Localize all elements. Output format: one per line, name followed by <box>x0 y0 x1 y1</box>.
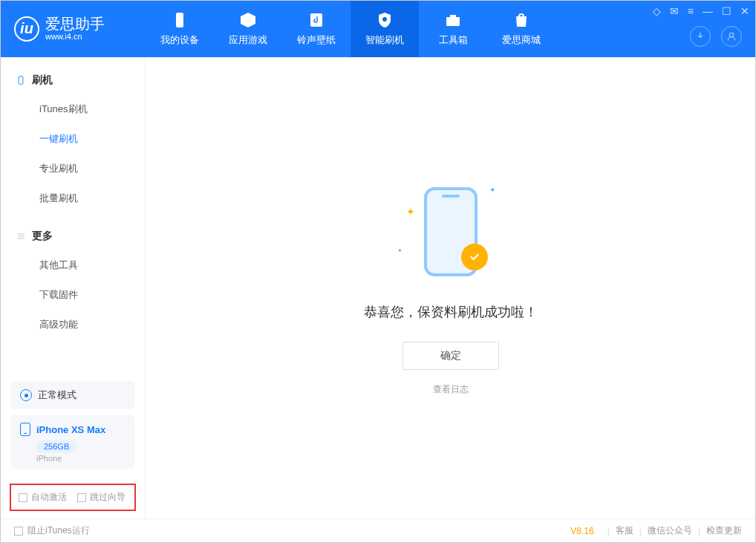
option-label: 跳过向导 <box>90 491 126 504</box>
svg-point-2 <box>382 17 387 22</box>
sidebar-item-oneclick-flash[interactable]: 一键刷机 <box>1 124 145 154</box>
block-itunes-label: 阻止iTunes运行 <box>27 524 90 537</box>
close-icon[interactable]: ✕ <box>740 5 749 17</box>
sidebar-heading-more: 更多 <box>1 222 145 250</box>
nav-label: 应用游戏 <box>229 33 267 47</box>
nav-tab-ringtone[interactable]: 铃声壁纸 <box>282 1 351 57</box>
nav-tab-flash[interactable]: 智能刷机 <box>351 1 419 57</box>
nav-tabs: 我的设备 应用游戏 铃声壁纸 智能刷机 工具箱 爱思商城 <box>146 1 555 57</box>
sidebar: 刷机 iTunes刷机 一键刷机 专业刷机 批量刷机 更多 其他工具 下载固件 … <box>1 57 146 518</box>
svg-point-5 <box>729 33 733 36</box>
app-title: 爱思助手 <box>45 16 105 31</box>
mode-icon <box>20 389 32 401</box>
sparkle-icon: ✦ <box>406 206 415 218</box>
toolbox-icon <box>444 11 462 29</box>
sidebar-section-more: 更多 其他工具 下载固件 高级功能 <box>1 213 145 339</box>
window-controls: ◇ ✉ ≡ — ☐ ✕ <box>653 5 749 17</box>
ok-button[interactable]: 确定 <box>403 342 499 370</box>
success-illustration: ✦ ✦ ✦ <box>391 180 510 284</box>
list-icon <box>16 231 26 241</box>
nav-label: 我的设备 <box>160 33 199 47</box>
footer: 阻止iTunes运行 V8.16 | 客服 | 微信公众号 | 检查更新 <box>1 518 755 542</box>
minimize-icon[interactable]: — <box>703 5 713 17</box>
svg-rect-6 <box>19 77 23 85</box>
menu-icon[interactable]: ≡ <box>688 5 694 17</box>
nav-tab-device[interactable]: 我的设备 <box>146 1 214 57</box>
sparkle-icon: ✦ <box>489 186 495 194</box>
sidebar-item-pro-flash[interactable]: 专业刷机 <box>1 154 145 183</box>
footer-left[interactable]: 阻止iTunes运行 <box>14 524 90 537</box>
sidebar-heading-flash: 刷机 <box>1 66 145 94</box>
logo-area: iu 爱思助手 www.i4.cn <box>1 16 146 42</box>
nav-label: 爱思商城 <box>502 33 541 47</box>
device-storage-badge: 256GB <box>36 440 76 452</box>
skin-icon[interactable]: ◇ <box>653 5 661 17</box>
heading-label: 刷机 <box>32 74 53 87</box>
options-highlight-box: 自动激活 跳过向导 <box>10 484 136 511</box>
svg-rect-3 <box>446 17 460 26</box>
nav-label: 铃声壁纸 <box>297 33 336 47</box>
maximize-icon[interactable]: ☐ <box>722 5 731 17</box>
music-icon <box>307 11 325 29</box>
bag-icon <box>512 11 530 29</box>
main-content: ✦ ✦ ✦ 恭喜您，保资料刷机成功啦！ 确定 查看日志 <box>146 57 755 518</box>
footer-link-update[interactable]: 检查更新 <box>706 524 742 537</box>
device-mode-label: 正常模式 <box>38 388 76 402</box>
version-label: V8.16 <box>570 526 593 536</box>
checkmark-icon <box>468 250 481 264</box>
sparkle-icon: ✦ <box>397 247 403 254</box>
option-label: 自动激活 <box>31 491 67 504</box>
feedback-icon[interactable]: ✉ <box>670 5 679 17</box>
nav-label: 智能刷机 <box>365 33 404 47</box>
phone-icon <box>20 423 30 436</box>
device-mode-box[interactable]: 正常模式 <box>11 381 134 409</box>
footer-right: V8.16 | 客服 | 微信公众号 | 检查更新 <box>570 524 742 537</box>
header-right-buttons <box>690 26 742 47</box>
checkbox-icon <box>77 493 86 502</box>
sidebar-item-other-tools[interactable]: 其他工具 <box>1 250 145 280</box>
device-icon <box>171 11 189 29</box>
logo-text: 爱思助手 www.i4.cn <box>45 16 105 42</box>
device-name: iPhone XS Max <box>36 424 105 435</box>
checkbox-icon <box>14 527 23 536</box>
svg-rect-4 <box>450 15 456 17</box>
checkbox-icon <box>19 493 27 502</box>
device-info-box[interactable]: iPhone XS Max 256GB iPhone <box>11 415 134 469</box>
svg-rect-0 <box>176 13 183 27</box>
footer-link-wechat[interactable]: 微信公众号 <box>648 524 692 537</box>
option-auto-activate[interactable]: 自动激活 <box>19 491 67 504</box>
app-header: iu 爱思助手 www.i4.cn 我的设备 应用游戏 铃声壁纸 智能刷机 工具… <box>1 1 755 57</box>
app-url: www.i4.cn <box>45 31 105 42</box>
device-block: 正常模式 iPhone XS Max 256GB iPhone <box>11 381 134 469</box>
cube-icon <box>239 11 257 29</box>
option-skip-guide[interactable]: 跳过向导 <box>77 491 126 504</box>
phone-outline-icon <box>16 75 26 85</box>
sidebar-item-advanced[interactable]: 高级功能 <box>1 310 145 339</box>
sidebar-item-batch-flash[interactable]: 批量刷机 <box>1 183 145 213</box>
download-icon <box>694 30 706 42</box>
sidebar-item-itunes-flash[interactable]: iTunes刷机 <box>1 94 145 124</box>
nav-label: 工具箱 <box>439 33 468 47</box>
heading-label: 更多 <box>32 230 53 243</box>
sidebar-section-flash: 刷机 iTunes刷机 一键刷机 专业刷机 批量刷机 <box>1 57 145 213</box>
app-logo-icon: iu <box>14 16 39 42</box>
view-log-link[interactable]: 查看日志 <box>433 383 469 396</box>
check-badge-icon <box>461 244 488 270</box>
user-icon <box>726 30 737 42</box>
download-button[interactable] <box>690 26 711 47</box>
shield-icon <box>376 11 394 29</box>
nav-tab-apps[interactable]: 应用游戏 <box>214 1 282 57</box>
body: 刷机 iTunes刷机 一键刷机 专业刷机 批量刷机 更多 其他工具 下载固件 … <box>1 57 755 518</box>
success-message: 恭喜您，保资料刷机成功啦！ <box>364 303 538 321</box>
svg-rect-1 <box>310 13 322 27</box>
device-type: iPhone <box>36 454 126 463</box>
nav-tab-store[interactable]: 爱思商城 <box>487 1 555 57</box>
user-button[interactable] <box>721 26 742 47</box>
footer-link-support[interactable]: 客服 <box>616 524 633 537</box>
nav-tab-toolbox[interactable]: 工具箱 <box>419 1 487 57</box>
sidebar-item-download-firmware[interactable]: 下载固件 <box>1 280 145 310</box>
